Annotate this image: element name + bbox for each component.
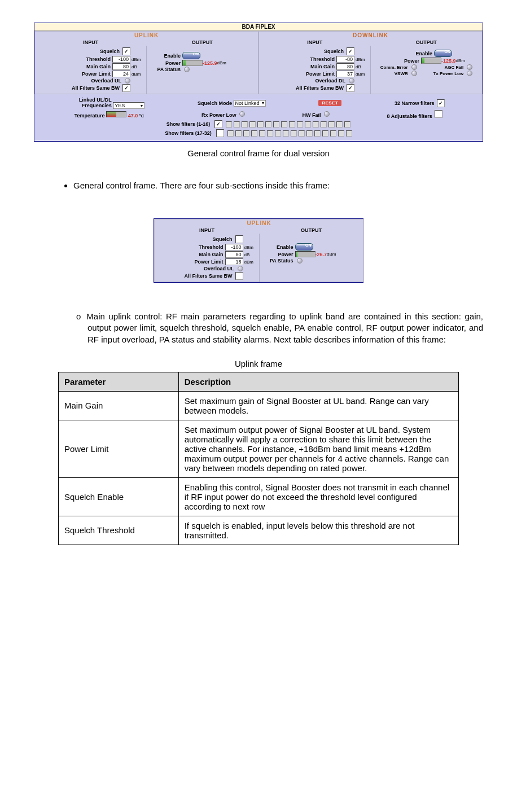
dl-vswr-led bbox=[411, 71, 417, 76]
dl-threshold-input[interactable]: -80 bbox=[336, 56, 354, 63]
figure-caption-1: General control frame for dual version bbox=[34, 148, 483, 158]
temperature-label: Temperature bbox=[75, 113, 105, 118]
dl-enable-toggle[interactable] bbox=[434, 50, 452, 57]
f2-output-label: OUTPUT bbox=[259, 227, 363, 234]
uplink-panel: UPLINK INPUTOUTPUT Squelch✓ Threshold-10… bbox=[34, 31, 258, 94]
dl-power-bar bbox=[421, 58, 441, 64]
filter-boxes-17-32[interactable] bbox=[227, 130, 352, 137]
ul-plimit-label: Power Limit bbox=[82, 71, 111, 77]
downlink-title: DOWNLINK bbox=[259, 32, 482, 39]
f2-plimit-input[interactable]: 18 bbox=[225, 258, 243, 265]
narrow-filters-checkbox[interactable]: ✓ bbox=[437, 99, 445, 107]
ul-threshold-input[interactable]: -100 bbox=[112, 56, 130, 63]
ul-plimit-input[interactable]: 24 bbox=[112, 71, 130, 77]
f2-squelch-label: Squelch bbox=[212, 236, 232, 242]
dl-threshold-label: Threshold bbox=[310, 56, 335, 62]
ul-squelch-label: Squelch bbox=[100, 49, 120, 54]
ul-gain-label: Main Gain bbox=[86, 64, 111, 69]
rx-low-label: Rx Power Low bbox=[201, 112, 236, 118]
dl-allfilt-checkbox[interactable]: ✓ bbox=[347, 84, 354, 92]
narrow-filters-label: 32 Narrow filters bbox=[395, 100, 435, 106]
sub-bullet-main-uplink: Main uplink control: RF main parameters … bbox=[87, 311, 483, 345]
rx-low-led bbox=[239, 111, 245, 117]
squelch-mode-select[interactable]: Not Linked bbox=[234, 100, 266, 107]
bottom-controls: Linked UL/DL Frequencies YES Squelch Mod… bbox=[34, 94, 483, 141]
adj-filters-checkbox[interactable] bbox=[435, 110, 442, 118]
downlink-input-col: Squelch✓ Threshold-80dBm Main Gain80dB P… bbox=[259, 46, 371, 94]
f2-threshold-input[interactable]: -100 bbox=[225, 244, 243, 251]
uplink-input-col: Squelch✓ Threshold-100dBm Main Gain80dB … bbox=[35, 46, 147, 94]
dl-squelch-checkbox[interactable]: ✓ bbox=[347, 47, 354, 55]
ul-power-label: Power bbox=[149, 60, 181, 66]
ul-enable-toggle[interactable] bbox=[182, 52, 200, 59]
ul-allfilt-checkbox[interactable]: ✓ bbox=[122, 84, 130, 92]
dl-agc-led bbox=[467, 64, 472, 70]
dl-power-label: Power bbox=[388, 58, 419, 64]
ul-pa-led bbox=[184, 67, 190, 72]
general-control-frame-full: BDA FIPLEX UPLINK INPUTOUTPUT Squelch✓ T… bbox=[34, 23, 483, 142]
f2-allfilt-label: All Filters Same BW bbox=[184, 273, 232, 279]
filter-boxes-1-16[interactable] bbox=[226, 121, 350, 128]
show-filters-17-32-checkbox[interactable] bbox=[216, 129, 224, 137]
table-row: Squelch ThresholdIf squelch is enabled, … bbox=[59, 516, 459, 545]
table-row: Power LimitSet maximum output power of S… bbox=[59, 420, 459, 477]
dl-overload-led bbox=[349, 78, 354, 84]
dl-txlow-label: Tx Power Low bbox=[426, 71, 464, 76]
ul-enable-label: Enable bbox=[149, 53, 181, 59]
downlink-panel: DOWNLINK INPUTOUTPUT Squelch✓ Threshold-… bbox=[258, 31, 483, 94]
ul-power-bar bbox=[182, 60, 203, 66]
dl-comm-led bbox=[411, 64, 417, 70]
dl-plimit-label: Power Limit bbox=[306, 71, 335, 77]
frame-title: BDA FIPLEX bbox=[34, 23, 483, 31]
reset-button[interactable]: RESET bbox=[318, 100, 341, 106]
dl-power-value: -125.9 bbox=[441, 58, 456, 64]
dl-enable-label: Enable bbox=[401, 51, 432, 56]
linked-freq-label: Linked UL/DL Frequencies bbox=[72, 97, 112, 108]
linked-freq-select[interactable]: YES bbox=[113, 102, 144, 109]
f2-gain-input[interactable]: 80 bbox=[225, 251, 243, 258]
show-filters-1-16-label: Show filters (1-16) bbox=[167, 121, 211, 127]
dl-gain-label: Main Gain bbox=[310, 64, 335, 69]
ul-allfilt-label: All Filters Same BW bbox=[72, 85, 120, 91]
ul-squelch-checkbox[interactable]: ✓ bbox=[122, 47, 130, 55]
show-filters-1-16-checkbox[interactable]: ✓ bbox=[214, 120, 222, 128]
table-row: Squelch EnableEnabling this control, Sig… bbox=[59, 477, 459, 516]
downlink-input-label: INPUT bbox=[259, 39, 371, 46]
dl-agc-label: AGC Fail bbox=[426, 65, 464, 70]
ul-power-value: -125.9 bbox=[203, 60, 217, 66]
ul-overload-label: Overload UL bbox=[91, 78, 121, 84]
uplink-output-col: Enable Power -125.9 dBm PA Status bbox=[147, 46, 258, 94]
hwfail-led bbox=[324, 111, 330, 117]
ul-overload-led bbox=[125, 78, 130, 84]
f2-enable-label: Enable bbox=[262, 244, 293, 250]
uplink-input-label: INPUT bbox=[35, 39, 147, 46]
f2-squelch-checkbox[interactable] bbox=[235, 235, 243, 243]
f2-pa-label: PA Status bbox=[262, 258, 293, 264]
table-caption: Uplink frame bbox=[34, 359, 483, 368]
temperature-value: 47.0 bbox=[128, 113, 138, 118]
downlink-output-col: Enable Power -125.9 dBm Comm. Error AGC … bbox=[371, 46, 482, 94]
temperature-bar bbox=[106, 111, 126, 117]
table-row: Main GainSet maximum gain of Signal Boos… bbox=[59, 391, 459, 420]
f2-pa-led bbox=[297, 258, 303, 264]
dl-plimit-input[interactable]: 37 bbox=[336, 71, 354, 77]
f2-gain-label: Main Gain bbox=[199, 252, 223, 257]
bullet-general-control: General control frame. There are four su… bbox=[73, 181, 483, 190]
dl-gain-input[interactable]: 80 bbox=[336, 63, 354, 70]
dl-txlow-led bbox=[467, 71, 472, 76]
adj-filters-label: 8 Adjustable filters bbox=[387, 113, 432, 119]
f2-uplink-title: UPLINK bbox=[155, 220, 363, 227]
f2-allfilt-checkbox[interactable] bbox=[235, 272, 243, 280]
f2-overload-label: Overload UL bbox=[204, 266, 234, 271]
ul-threshold-label: Threshold bbox=[86, 56, 111, 62]
f2-input-label: INPUT bbox=[155, 227, 259, 234]
ul-pa-label: PA Status bbox=[149, 67, 181, 72]
f2-enable-toggle[interactable] bbox=[295, 243, 313, 251]
hwfail-label: HW Fail bbox=[302, 112, 321, 118]
dl-vswr-label: VSWR bbox=[373, 71, 408, 76]
ul-gain-input[interactable]: 80 bbox=[112, 63, 130, 70]
dl-overload-label: Overload DL bbox=[315, 78, 345, 84]
dl-squelch-label: Squelch bbox=[324, 49, 344, 54]
squelch-mode-label: Squelch Mode bbox=[198, 100, 232, 106]
th-parameter: Parameter bbox=[59, 372, 179, 391]
